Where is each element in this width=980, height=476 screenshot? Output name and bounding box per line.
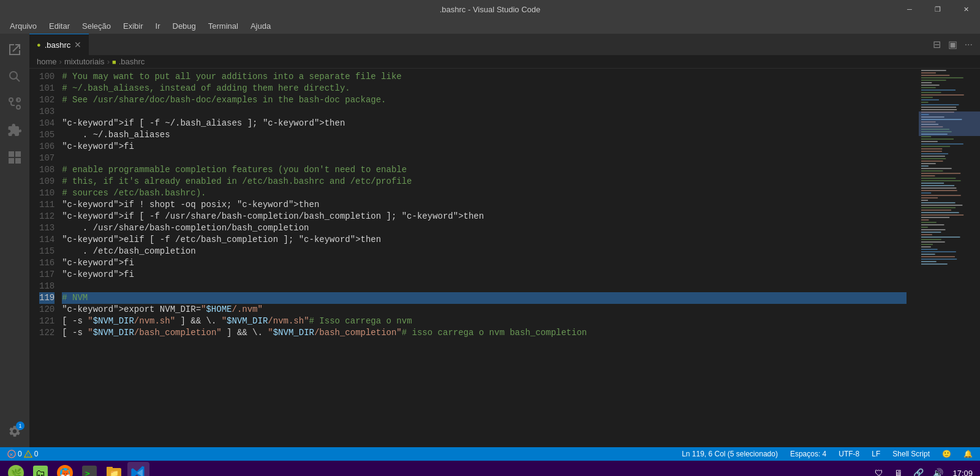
line-number: 103 [39,106,55,118]
status-language[interactable]: Shell Script [890,450,932,458]
code-line: "c-keyword">fi [62,141,907,153]
svg-point-3 [17,105,20,109]
extensions-icon[interactable] [4,119,26,142]
svg-point-2 [9,98,13,102]
code-line: [ -s "$NVM_DIR/nvm.sh" ] && \. "$NVM_DIR… [62,315,907,327]
status-right: Ln 119, 6 Col (5 selecionado) Espaços: 4… [679,450,975,458]
breadcrumb: home › mixtutoriais › ■ .bashrc [29,55,980,69]
tab-actions: ⊟ ▣ ··· [925,34,980,55]
taskbar-files[interactable]: 🗂 [29,462,51,476]
menu-arquivo[interactable]: Arquivo [5,20,42,32]
line-number: 112 [39,211,55,222]
tab-bashrc[interactable]: ● .bashrc ✕ [29,34,89,55]
code-line [62,281,907,292]
status-position[interactable]: Ln 119, 6 Col (5 selecionado) [679,450,780,458]
tab-close-button[interactable]: ✕ [74,40,81,50]
code-line: "c-keyword">if ! shopt -oq posix; "c-key… [62,199,907,211]
menu-terminal[interactable]: Terminal [203,20,243,32]
taskbar-network[interactable]: 🔗 [911,466,925,476]
restore-button[interactable]: ❐ [924,0,952,18]
tab-file-icon: ● [37,41,41,48]
status-smiley[interactable]: 🙂 [940,450,954,458]
code-line [62,153,907,164]
svg-rect-5 [9,151,14,157]
line-number: 110 [39,187,55,199]
code-container[interactable]: 1001011021031041051061071081091101111121… [29,69,919,447]
menu-ir[interactable]: Ir [151,20,165,32]
code-line: # You may want to put all your additions… [62,71,907,83]
code-line: "c-keyword">export NVM_DIR="$HOME/.nvm" [62,304,907,315]
editor-content: 1001011021031041051061071081091101111121… [29,69,980,447]
status-spaces[interactable]: Espaços: 4 [788,450,829,458]
line-number: 109 [39,176,55,187]
svg-rect-8 [15,158,21,164]
menu-bar: Arquivo Editar Seleção Exibir Ir Debug T… [0,18,980,34]
code-line [62,106,907,118]
breadcrumb-mixtutoriais[interactable]: mixtutoriais [64,57,105,66]
taskbar-firefox[interactable]: 🦊 [54,462,76,476]
svg-point-0 [10,72,17,79]
split-editor-button[interactable]: ⊟ [930,36,943,53]
status-eol[interactable]: LF [869,450,883,458]
svg-text:✕: ✕ [9,452,13,458]
menu-debug[interactable]: Debug [168,20,201,32]
taskbar-time[interactable]: 17:09 [950,469,975,477]
svg-text:📁: 📁 [110,469,119,476]
search-icon[interactable] [4,66,26,88]
breadcrumb-file[interactable]: .bashrc [119,57,145,66]
title-bar: .bashrc - Visual Studio Code ─ ❐ ✕ [0,0,980,18]
tab-bar: ● .bashrc ✕ ⊟ ▣ ··· [29,34,980,55]
status-bell[interactable]: 🔔 [961,450,975,458]
line-number: 121 [39,315,55,327]
line-number: 108 [39,164,55,176]
toggle-panel-button[interactable]: ▣ [946,36,960,53]
menu-ajuda[interactable]: Ajuda [246,20,276,32]
svg-text:>_: >_ [85,469,95,476]
status-bar: ✕ 0 ! 0 Ln 119, 6 Col (5 selecionado) Es… [0,447,980,461]
source-control-icon[interactable] [4,93,26,115]
more-actions-button[interactable]: ··· [962,37,975,53]
taskbar-nemo[interactable]: 📁 [103,462,125,476]
line-number: 120 [39,304,55,315]
svg-text:🦊: 🦊 [60,468,71,476]
line-number: 104 [39,118,55,129]
menu-editar[interactable]: Editar [44,20,75,32]
code-line: # See /usr/share/doc/bash-doc/examples i… [62,94,907,106]
breadcrumb-sep-2: › [107,57,110,66]
taskbar-monitor[interactable]: 🖥 [891,466,906,476]
editor-area: ● .bashrc ✕ ⊟ ▣ ··· home › mixtutoriais … [29,34,980,447]
breadcrumb-home[interactable]: home [37,57,57,66]
status-left: ✕ 0 ! 0 [5,450,40,458]
line-number: 107 [39,153,55,164]
minimap[interactable] [919,69,980,447]
svg-text:!: ! [27,453,28,457]
line-number: 116 [39,257,55,269]
breadcrumb-file-icon: ■ [112,58,116,66]
minimize-button[interactable]: ─ [895,0,924,18]
line-number: 102 [39,94,55,106]
status-errors[interactable]: ✕ 0 ! 0 [5,450,40,458]
line-number: 122 [39,327,55,339]
close-button[interactable]: ✕ [952,0,980,18]
menu-exibir[interactable]: Exibir [118,20,148,32]
code-line: # NVM [62,292,907,304]
breadcrumb-sep-1: › [59,57,62,66]
taskbar-mint[interactable]: 🌿 [5,462,27,476]
app-layout: 1 ● .bashrc ✕ ⊟ ▣ ··· home › mixtutoriai… [0,34,980,447]
line-number: 113 [39,222,55,234]
taskbar-shield[interactable]: 🛡 [872,466,886,476]
status-encoding[interactable]: UTF-8 [836,450,862,458]
taskbar-volume[interactable]: 🔊 [930,466,945,476]
activity-bar-bottom: 1 [4,420,26,442]
blocks-icon[interactable] [4,146,26,168]
line-number: 119 [39,292,55,304]
settings-icon[interactable]: 1 [4,420,26,442]
taskbar-terminal[interactable]: >_ [78,462,100,476]
line-number: 100 [39,71,55,83]
menu-selecao[interactable]: Seleção [77,20,116,32]
taskbar-vscode[interactable] [127,462,149,476]
code-line: # enable programmable completion feature… [62,164,907,176]
explorer-icon[interactable] [4,39,26,61]
svg-text:🗂: 🗂 [36,468,45,476]
code-line: "c-keyword">if [ -f ~/.bash_aliases ]; "… [62,118,907,129]
